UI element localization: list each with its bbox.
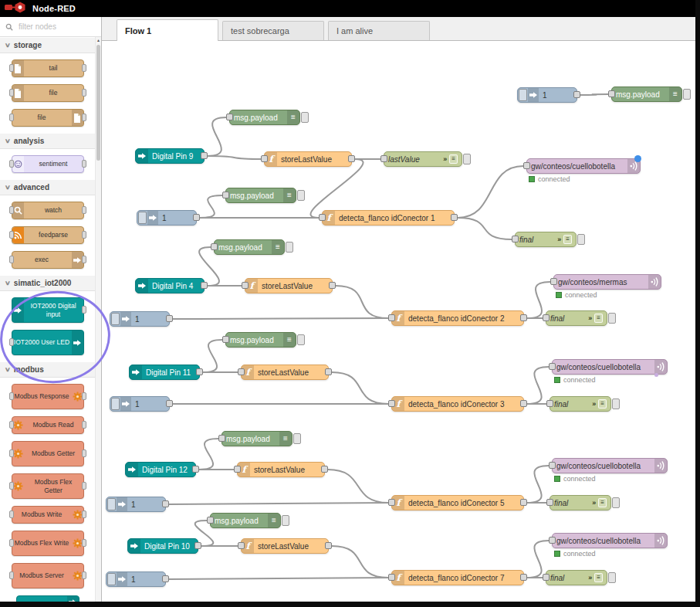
debug-node[interactable]: msg.payload≡: [611, 86, 682, 102]
output-port[interactable]: [162, 575, 169, 582]
palette-node-modbus-flex-write[interactable]: Modbus Flex Write: [12, 531, 84, 556]
flow-canvas[interactable]: 1msg.payload≡msg.payload≡Digital Pin 9fs…: [102, 41, 695, 602]
output-port[interactable]: [82, 421, 86, 429]
debug-node[interactable]: msg.payload≡: [225, 188, 296, 203]
debug-toggle-button[interactable]: [683, 89, 691, 100]
digital-pin-node[interactable]: Digital Pin 9: [135, 148, 205, 164]
debug-toggle-button[interactable]: [612, 398, 620, 409]
debug-toggle-button[interactable]: [577, 234, 585, 245]
debug-toggle-button[interactable]: [293, 433, 301, 444]
wire[interactable]: [458, 218, 512, 239]
output-port[interactable]: [325, 542, 332, 549]
function-node[interactable]: fstoreLastValue: [264, 151, 352, 167]
function-node[interactable]: fstoreLastValue: [241, 538, 329, 554]
wire[interactable]: [310, 159, 363, 218]
inject-button[interactable]: [111, 398, 120, 410]
input-port[interactable]: [9, 392, 14, 400]
palette-node-modbus-read[interactable]: Modbus Read: [12, 416, 84, 434]
input-port[interactable]: [9, 338, 14, 346]
palette-node-modbus-getter[interactable]: Modbus Getter: [12, 441, 84, 466]
function-node[interactable]: fdetecta_flanco idConector 7: [391, 570, 524, 585]
tab-i-am-alive[interactable]: I am alive: [328, 21, 430, 40]
output-port[interactable]: [573, 91, 580, 98]
palette-category-modbus[interactable]: ∨modbus: [0, 361, 95, 378]
function-node[interactable]: fstoreLastValue: [245, 278, 333, 293]
debug-node[interactable]: final»≡: [550, 396, 611, 412]
inject-node[interactable]: 1: [517, 87, 577, 103]
debug-node[interactable]: msg.payload≡: [210, 513, 281, 528]
mqtt-out-node[interactable]: gw/conteos/cuellobotellaconnected: [552, 458, 668, 473]
palette-node-modbus-flex-getter[interactable]: Modbus Flex Getter: [12, 473, 84, 499]
input-port[interactable]: [9, 64, 14, 72]
output-port[interactable]: [82, 449, 86, 457]
input-port[interactable]: [380, 155, 387, 162]
palette-node-iot2000-digital-input[interactable]: IOT2000 Digital input: [12, 297, 84, 323]
inject-button[interactable]: [107, 498, 116, 510]
input-port[interactable]: [9, 206, 14, 214]
input-port[interactable]: [211, 243, 218, 250]
input-port[interactable]: [549, 462, 556, 469]
palette-node-watch[interactable]: watch: [12, 202, 84, 219]
input-port[interactable]: [238, 368, 245, 375]
input-port[interactable]: [242, 282, 249, 289]
wire[interactable]: [203, 340, 222, 372]
scrollbar-thumb[interactable]: [96, 45, 100, 161]
mqtt-out-node[interactable]: gw/conteos/mermasconnected: [553, 274, 661, 290]
palette-category-advanced[interactable]: ∨advanced: [0, 179, 95, 195]
input-port[interactable]: [549, 537, 556, 544]
debug-node[interactable]: msg.payload≡: [229, 110, 300, 125]
input-port[interactable]: [234, 466, 241, 473]
wire[interactable]: [199, 439, 218, 470]
digital-pin-node[interactable]: Digital Pin 4: [135, 278, 205, 293]
output-port[interactable]: [82, 306, 86, 314]
filter-nodes-input[interactable]: [17, 22, 96, 32]
palette-category-analysis[interactable]: ∨analysis: [0, 133, 95, 149]
tab-test-sobrecarga[interactable]: test sobrecarga: [222, 21, 324, 40]
function-node[interactable]: fstoreLastValue: [237, 462, 325, 477]
palette-node-modbus-server[interactable]: Modbus Server: [12, 563, 84, 588]
input-port[interactable]: [549, 363, 556, 370]
palette-node-file[interactable]: file: [12, 84, 84, 102]
output-port[interactable]: [166, 400, 173, 407]
input-port[interactable]: [9, 539, 14, 547]
output-port[interactable]: [348, 155, 355, 162]
debug-node[interactable]: msg.payload≡: [221, 431, 293, 446]
output-port[interactable]: [329, 282, 336, 289]
input-port[interactable]: [222, 192, 229, 198]
debug-toggle-button[interactable]: [286, 242, 293, 253]
output-port[interactable]: [82, 482, 86, 490]
input-port[interactable]: [319, 214, 326, 221]
function-node[interactable]: fdetecta_flanco idConector 1: [322, 210, 455, 226]
wire[interactable]: [208, 156, 261, 159]
output-port[interactable]: [162, 500, 169, 507]
inject-button[interactable]: [107, 573, 116, 585]
debug-toggle-button[interactable]: [301, 112, 309, 123]
input-port[interactable]: [261, 155, 268, 162]
input-port[interactable]: [608, 90, 615, 97]
inject-node[interactable]: 1: [106, 571, 166, 587]
debug-toggle-button[interactable]: [297, 190, 305, 201]
mqtt-out-node[interactable]: gw/conteos/cuellobotellaconnected: [552, 533, 668, 548]
palette-category-simatic-iot2000[interactable]: ∨simatic_iot2000: [0, 275, 95, 291]
palette-category-storage[interactable]: ∨storage: [0, 37, 95, 53]
function-node[interactable]: fdetecta_flanco idConector 3: [391, 396, 524, 412]
inject-button[interactable]: [519, 89, 527, 101]
output-port[interactable]: [451, 214, 458, 221]
function-node[interactable]: fstoreLastValue: [241, 365, 329, 380]
output-port[interactable]: [82, 510, 86, 518]
debug-toggle-button[interactable]: [608, 313, 616, 324]
output-port[interactable]: [82, 114, 86, 121]
wire[interactable]: [332, 372, 388, 404]
debug-toggle-button[interactable]: [612, 497, 620, 508]
debug-node[interactable]: final»≡: [550, 495, 611, 510]
output-port[interactable]: [192, 466, 199, 473]
wire[interactable]: [580, 94, 608, 95]
output-port[interactable]: [201, 282, 208, 289]
palette-node-iot2000-user-led[interactable]: IOT2000 User LED: [12, 330, 84, 355]
input-port[interactable]: [9, 114, 14, 121]
digital-pin-node[interactable]: Digital Pin 11: [129, 365, 200, 380]
output-port[interactable]: [82, 571, 86, 579]
palette-search[interactable]: [0, 17, 101, 37]
debug-node[interactable]: lastValue»≡: [384, 151, 462, 167]
input-port[interactable]: [9, 571, 14, 579]
